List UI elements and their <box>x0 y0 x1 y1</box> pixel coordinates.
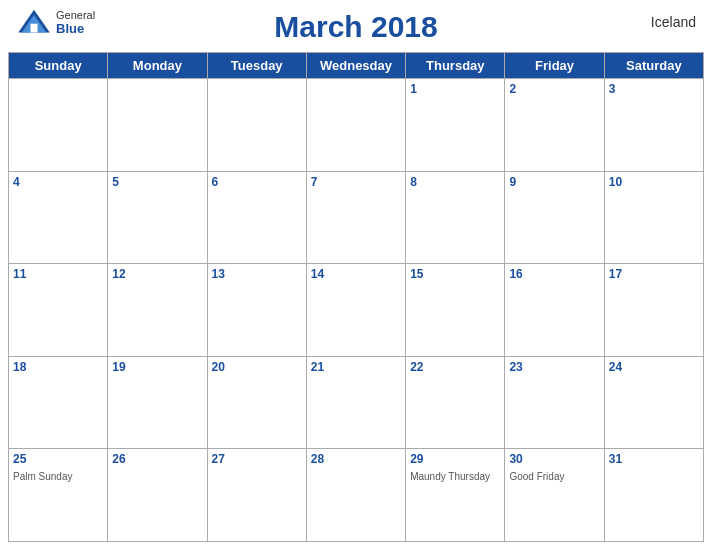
day-cell-w3-d2: 12 <box>108 264 207 357</box>
day-number: 3 <box>609 81 699 98</box>
country-label: Iceland <box>651 14 696 30</box>
day-cell-w2-d1: 4 <box>9 172 108 265</box>
day-cell-w3-d5: 15 <box>406 264 505 357</box>
day-cell-w2-d7: 10 <box>605 172 704 265</box>
calendar-grid: Sunday Monday Tuesday Wednesday Thursday… <box>8 52 704 542</box>
day-cell-w2-d6: 9 <box>505 172 604 265</box>
svg-rect-2 <box>31 24 38 33</box>
day-cell-w1-d5: 1 <box>406 79 505 172</box>
logo-general: General <box>56 9 95 21</box>
day-number: 25 <box>13 451 103 468</box>
week-row-5: 25Palm Sunday26272829Maundy Thursday30Go… <box>9 449 704 542</box>
day-number: 22 <box>410 359 500 376</box>
day-cell-w3-d1: 11 <box>9 264 108 357</box>
weeks-container: 1234567891011121314151617181920212223242… <box>9 79 704 542</box>
day-cell-w3-d4: 14 <box>307 264 406 357</box>
day-number: 26 <box>112 451 202 468</box>
day-event: Good Friday <box>509 470 599 483</box>
week-row-4: 18192021222324 <box>9 357 704 450</box>
header-sunday: Sunday <box>9 53 108 79</box>
day-cell-w4-d6: 23 <box>505 357 604 450</box>
day-cell-w4-d7: 24 <box>605 357 704 450</box>
day-number: 17 <box>609 266 699 283</box>
header-thursday: Thursday <box>406 53 505 79</box>
day-number: 8 <box>410 174 500 191</box>
day-number: 13 <box>212 266 302 283</box>
day-number: 29 <box>410 451 500 468</box>
day-cell-w5-d5: 29Maundy Thursday <box>406 449 505 542</box>
day-number: 10 <box>609 174 699 191</box>
day-number: 23 <box>509 359 599 376</box>
day-cell-w3-d3: 13 <box>208 264 307 357</box>
day-number: 12 <box>112 266 202 283</box>
day-number: 27 <box>212 451 302 468</box>
week-row-3: 11121314151617 <box>9 264 704 357</box>
day-cell-w4-d4: 21 <box>307 357 406 450</box>
day-cell-w1-d7: 3 <box>605 79 704 172</box>
day-cell-w5-d6: 30Good Friday <box>505 449 604 542</box>
day-cell-w5-d2: 26 <box>108 449 207 542</box>
day-cell-w3-d7: 17 <box>605 264 704 357</box>
day-number: 5 <box>112 174 202 191</box>
day-cell-w5-d3: 27 <box>208 449 307 542</box>
calendar-header: General Blue March 2018 Iceland <box>0 0 712 48</box>
day-number: 24 <box>609 359 699 376</box>
day-number: 31 <box>609 451 699 468</box>
day-cell-w4-d1: 18 <box>9 357 108 450</box>
day-cell-w5-d4: 28 <box>307 449 406 542</box>
logo-area: General Blue <box>16 8 95 36</box>
day-number: 20 <box>212 359 302 376</box>
day-event: Palm Sunday <box>13 470 103 483</box>
day-cell-w5-d1: 25Palm Sunday <box>9 449 108 542</box>
day-event: Maundy Thursday <box>410 470 500 483</box>
header-tuesday: Tuesday <box>208 53 307 79</box>
day-number: 6 <box>212 174 302 191</box>
week-row-2: 45678910 <box>9 172 704 265</box>
day-cell-w4-d5: 22 <box>406 357 505 450</box>
day-number: 1 <box>410 81 500 98</box>
day-number: 4 <box>13 174 103 191</box>
day-cell-w1-d6: 2 <box>505 79 604 172</box>
day-cell-w2-d3: 6 <box>208 172 307 265</box>
week-row-1: 123 <box>9 79 704 172</box>
calendar-title: March 2018 <box>274 10 437 44</box>
day-number: 30 <box>509 451 599 468</box>
header-saturday: Saturday <box>605 53 704 79</box>
day-cell-w4-d3: 20 <box>208 357 307 450</box>
day-number: 2 <box>509 81 599 98</box>
day-number: 14 <box>311 266 401 283</box>
day-cell-w2-d2: 5 <box>108 172 207 265</box>
calendar-container: General Blue March 2018 Iceland Sunday M… <box>0 0 712 550</box>
day-cell-w4-d2: 19 <box>108 357 207 450</box>
day-headers: Sunday Monday Tuesday Wednesday Thursday… <box>9 53 704 79</box>
day-cell-w2-d4: 7 <box>307 172 406 265</box>
day-number: 16 <box>509 266 599 283</box>
logo-icon <box>16 8 52 36</box>
day-cell-w1-d4 <box>307 79 406 172</box>
day-number: 28 <box>311 451 401 468</box>
day-number: 15 <box>410 266 500 283</box>
header-monday: Monday <box>108 53 207 79</box>
day-cell-w3-d6: 16 <box>505 264 604 357</box>
day-cell-w1-d3 <box>208 79 307 172</box>
day-cell-w1-d2 <box>108 79 207 172</box>
day-number: 7 <box>311 174 401 191</box>
day-number: 9 <box>509 174 599 191</box>
day-cell-w1-d1 <box>9 79 108 172</box>
day-number: 11 <box>13 266 103 283</box>
day-number: 19 <box>112 359 202 376</box>
header-friday: Friday <box>505 53 604 79</box>
day-number: 18 <box>13 359 103 376</box>
day-cell-w5-d7: 31 <box>605 449 704 542</box>
day-cell-w2-d5: 8 <box>406 172 505 265</box>
logo-blue: Blue <box>56 21 84 36</box>
header-wednesday: Wednesday <box>307 53 406 79</box>
day-number: 21 <box>311 359 401 376</box>
